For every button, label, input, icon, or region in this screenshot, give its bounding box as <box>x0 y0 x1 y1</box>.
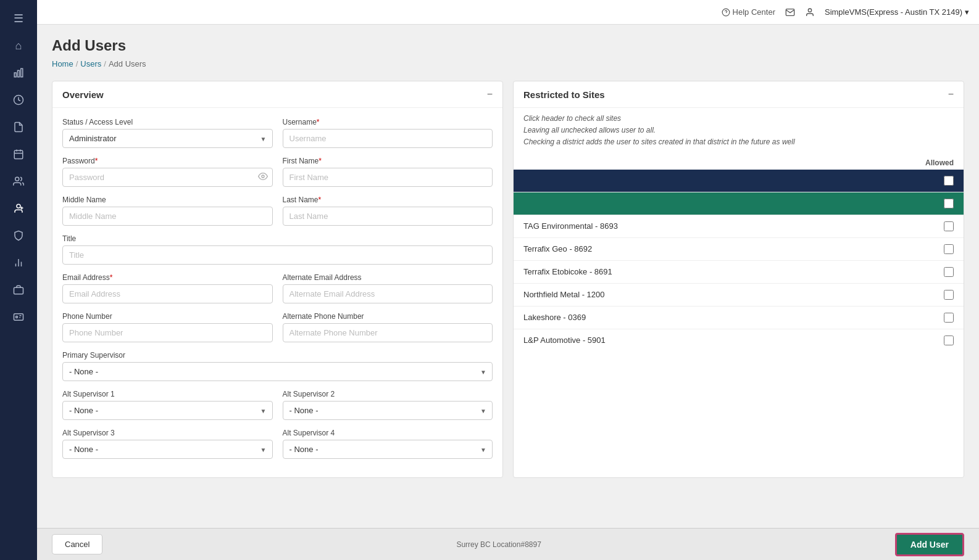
sidebar-home-icon[interactable]: ⌂ <box>6 33 31 58</box>
mail-icon[interactable] <box>785 7 795 17</box>
content-grid: Overview − Status / Access Level Adminis… <box>52 81 964 478</box>
alt-phone-input[interactable] <box>283 323 493 342</box>
cancel-button[interactable]: Cancel <box>52 534 102 554</box>
form-row-phone: Phone Number Alternate Phone Number <box>62 312 493 342</box>
alt-sup4-label: Alt Supervisor 4 <box>283 429 493 437</box>
email-input[interactable] <box>62 284 273 303</box>
sites-info-line1: Click header to check all sites <box>523 113 954 125</box>
sites-checkbox-terrafix-etobicoke[interactable] <box>944 267 954 277</box>
overview-collapse-btn[interactable]: − <box>487 89 493 100</box>
sites-row-northfield: Northfield Metal - 1200 <box>514 284 964 307</box>
alt-sup1-label: Alt Supervisor 1 <box>62 390 273 398</box>
form-row-title: Title <box>62 234 493 265</box>
lastname-input[interactable] <box>283 207 493 226</box>
sites-row-label-terrafix-etobicoke: Terrafix Etobicoke - 8691 <box>523 267 612 276</box>
breadcrumb-current: Add Users <box>109 59 146 68</box>
firstname-group: First Name* <box>283 157 493 187</box>
svg-point-21 <box>262 175 264 178</box>
add-user-button[interactable]: Add User <box>895 533 964 556</box>
sidebar-reports-icon[interactable] <box>6 250 31 275</box>
username-label: Username* <box>283 118 493 126</box>
alt-sup2-group: Alt Supervisor 2 - None - ▼ <box>283 390 493 420</box>
alt-sup2-select[interactable]: - None - <box>283 401 493 420</box>
alt-sup4-select[interactable]: - None - <box>283 440 493 459</box>
form-row-password-firstname: Password* First Name* <box>62 157 493 187</box>
sidebar-shield-icon[interactable] <box>6 223 31 248</box>
sites-checkbox-darkgreen[interactable] <box>944 199 954 208</box>
sites-row-tag: TAG Environmental - 8693 <box>514 215 964 238</box>
breadcrumb-users[interactable]: Users <box>80 59 101 68</box>
sidebar-bag-icon[interactable] <box>6 278 31 302</box>
sites-info-line2: Leaving all unchecked allows user to all… <box>523 125 954 136</box>
svg-rect-4 <box>14 150 23 159</box>
title-group: Title <box>62 234 493 265</box>
sites-checkbox-terrafix-geo[interactable] <box>944 244 954 254</box>
username-input[interactable] <box>283 129 493 148</box>
sidebar-clock-icon[interactable] <box>6 88 31 112</box>
sites-row-terrafix-etobicoke: Terrafix Etobicoke - 8691 <box>514 261 964 284</box>
sites-checkbox-darkblue[interactable] <box>944 176 954 186</box>
topbar: Help Center SimpleVMS(Express - Austin T… <box>37 0 979 25</box>
primary-supervisor-select[interactable]: - None - <box>62 362 493 381</box>
firstname-input[interactable] <box>283 168 493 187</box>
status-select-wrapper: Administrator Manager User Read Only ▼ <box>62 129 273 148</box>
sidebar-adduser-icon[interactable] <box>6 196 31 221</box>
sites-table-header: Allowed <box>514 156 964 170</box>
middlename-label: Middle Name <box>62 196 273 204</box>
page-content: Add Users Home / Users / Add Users Overv… <box>37 25 979 528</box>
title-input[interactable] <box>62 245 493 265</box>
form-row-alt-sup-12: Alt Supervisor 1 - None - ▼ Alt Supervis… <box>62 390 493 420</box>
svg-point-8 <box>15 177 19 181</box>
alt-email-group: Alternate Email Address <box>283 273 493 303</box>
alt-email-label: Alternate Email Address <box>283 273 493 282</box>
firstname-label: First Name* <box>283 157 493 165</box>
breadcrumb-home[interactable]: Home <box>52 59 73 68</box>
sidebar-menu-icon[interactable]: ☰ <box>6 6 31 31</box>
phone-label: Phone Number <box>62 312 273 321</box>
email-group: Email Address* <box>62 273 273 303</box>
footer-status: Surrey BC Location#8897 <box>456 540 541 549</box>
form-row-email: Email Address* Alternate Email Address <box>62 273 493 303</box>
restricted-sites-collapse-btn[interactable]: − <box>948 89 954 100</box>
svg-point-20 <box>808 9 811 12</box>
status-select[interactable]: Administrator Manager User Read Only <box>62 129 273 148</box>
footer-bar: Cancel Surrey BC Location#8897 Add User <box>37 528 979 560</box>
lastname-label: Last Name* <box>283 196 493 204</box>
password-input[interactable] <box>62 168 273 187</box>
form-row-status-username: Status / Access Level Administrator Mana… <box>62 118 493 148</box>
sites-checkbox-northfield[interactable] <box>944 290 954 300</box>
alt-email-input[interactable] <box>283 284 493 303</box>
overview-card-header: Overview − <box>52 81 502 108</box>
sidebar-id-icon[interactable] <box>6 305 31 329</box>
sites-row-label-lp-auto: L&P Automotive - 5901 <box>523 336 606 345</box>
sites-checkbox-tag[interactable] <box>944 221 954 231</box>
middlename-input[interactable] <box>62 207 273 226</box>
restricted-sites-title: Restricted to Sites <box>523 89 605 100</box>
primary-supervisor-group: Primary Supervisor - None - ▼ <box>62 351 493 381</box>
sites-checkbox-lp-auto[interactable] <box>944 336 954 345</box>
sidebar-calendar-icon[interactable] <box>6 142 31 167</box>
sidebar-chart-icon[interactable] <box>6 60 31 85</box>
svg-rect-2 <box>21 68 23 77</box>
password-toggle-icon[interactable] <box>258 171 268 183</box>
sites-row-lp-auto: L&P Automotive - 5901 <box>514 329 964 352</box>
password-group: Password* <box>62 157 273 187</box>
alt-sup3-select[interactable]: - None - <box>62 440 273 459</box>
sites-checkbox-lakeshore[interactable] <box>944 313 954 323</box>
phone-input[interactable] <box>62 323 273 342</box>
sites-row-label-tag: TAG Environmental - 8693 <box>523 221 618 231</box>
sidebar-doc-icon[interactable] <box>6 115 31 139</box>
svg-rect-15 <box>14 287 23 294</box>
page-title: Add Users <box>52 37 964 54</box>
status-label: Status / Access Level <box>62 118 273 126</box>
alt-sup1-select[interactable]: - None - <box>62 401 273 420</box>
sidebar-people-icon[interactable] <box>6 169 31 194</box>
user-icon[interactable] <box>805 7 815 17</box>
form-row-primary-sup: Primary Supervisor - None - ▼ <box>62 351 493 381</box>
svg-point-9 <box>17 204 20 208</box>
brand-label[interactable]: SimpleVMS(Express - Austin TX 2149) ▾ <box>825 7 969 17</box>
help-center-link[interactable]: Help Center <box>722 7 775 17</box>
restricted-sites-card: Restricted to Sites − Click header to ch… <box>513 81 964 478</box>
restricted-sites-header: Restricted to Sites − <box>514 81 964 108</box>
svg-rect-0 <box>14 73 16 77</box>
